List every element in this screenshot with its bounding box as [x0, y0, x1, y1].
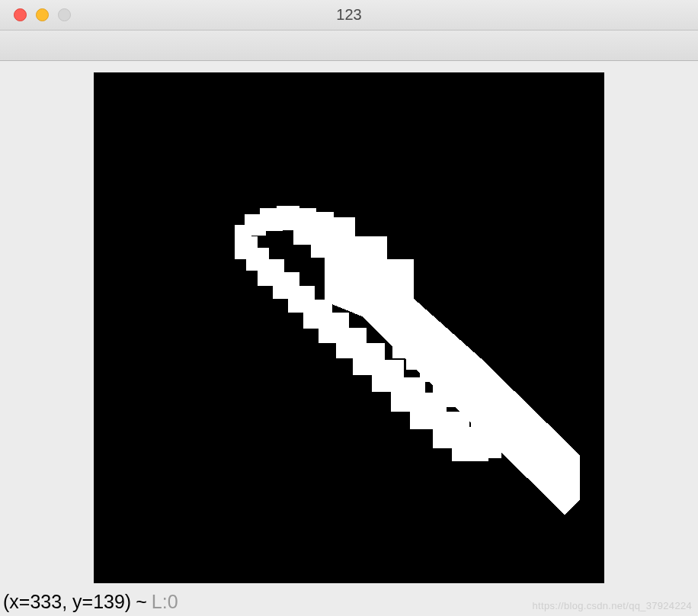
pixel-edge-detail	[235, 206, 501, 461]
toolbar-area	[0, 30, 698, 61]
svg-rect-23	[471, 437, 501, 458]
image-canvas[interactable]	[94, 72, 604, 583]
maximize-button	[58, 8, 71, 21]
binary-shape	[94, 72, 604, 583]
watermark-text: https://blog.csdn.net/qq_37924224	[533, 600, 692, 611]
cursor-coordinates: (x=333, y=139)	[3, 591, 131, 613]
window-title: 123	[336, 6, 361, 24]
status-separator: ~	[136, 591, 147, 613]
svg-rect-38	[315, 229, 338, 258]
window-titlebar: 123	[0, 0, 698, 30]
close-button[interactable]	[14, 8, 27, 21]
traffic-lights	[0, 8, 71, 21]
content-area	[0, 61, 698, 587]
minimize-button[interactable]	[36, 8, 49, 21]
luminance-value: L:0	[152, 591, 178, 613]
